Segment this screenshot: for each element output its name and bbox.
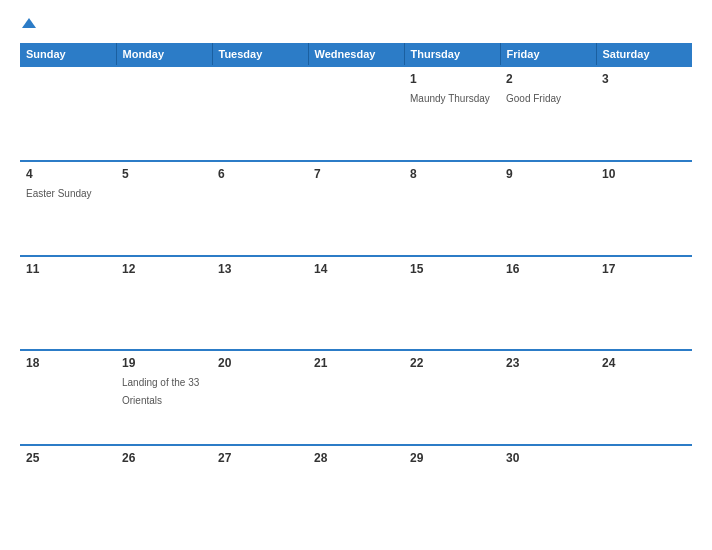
day-number: 18 bbox=[26, 356, 110, 370]
day-number: 25 bbox=[26, 451, 110, 465]
calendar-cell: 12 bbox=[116, 256, 212, 351]
day-number: 9 bbox=[506, 167, 590, 181]
weekday-header-saturday: Saturday bbox=[596, 43, 692, 66]
day-number: 11 bbox=[26, 262, 110, 276]
day-number: 17 bbox=[602, 262, 686, 276]
day-number: 29 bbox=[410, 451, 494, 465]
day-number: 28 bbox=[314, 451, 398, 465]
day-number: 7 bbox=[314, 167, 398, 181]
day-number: 2 bbox=[506, 72, 590, 86]
day-number: 10 bbox=[602, 167, 686, 181]
weekday-header-row: SundayMondayTuesdayWednesdayThursdayFrid… bbox=[20, 43, 692, 66]
day-number: 12 bbox=[122, 262, 206, 276]
calendar-cell bbox=[596, 445, 692, 540]
day-number: 20 bbox=[218, 356, 302, 370]
calendar-cell: 2Good Friday bbox=[500, 66, 596, 161]
calendar-cell: 30 bbox=[500, 445, 596, 540]
calendar-page: SundayMondayTuesdayWednesdayThursdayFrid… bbox=[0, 0, 712, 550]
weekday-header-sunday: Sunday bbox=[20, 43, 116, 66]
day-number: 26 bbox=[122, 451, 206, 465]
calendar-table: SundayMondayTuesdayWednesdayThursdayFrid… bbox=[20, 43, 692, 540]
day-number: 22 bbox=[410, 356, 494, 370]
calendar-cell: 27 bbox=[212, 445, 308, 540]
day-number: 4 bbox=[26, 167, 110, 181]
calendar-cell: 17 bbox=[596, 256, 692, 351]
calendar-cell: 9 bbox=[500, 161, 596, 256]
calendar-week-row: 252627282930 bbox=[20, 445, 692, 540]
calendar-cell: 22 bbox=[404, 350, 500, 445]
day-number: 19 bbox=[122, 356, 206, 370]
calendar-cell: 20 bbox=[212, 350, 308, 445]
day-number: 16 bbox=[506, 262, 590, 276]
calendar-week-row: 1819Landing of the 33 Orientals202122232… bbox=[20, 350, 692, 445]
calendar-cell: 11 bbox=[20, 256, 116, 351]
logo-blue-text bbox=[20, 16, 36, 31]
day-number: 21 bbox=[314, 356, 398, 370]
calendar-header: SundayMondayTuesdayWednesdayThursdayFrid… bbox=[20, 43, 692, 66]
calendar-cell bbox=[20, 66, 116, 161]
holiday-name: Good Friday bbox=[506, 93, 561, 104]
calendar-cell: 23 bbox=[500, 350, 596, 445]
day-number: 5 bbox=[122, 167, 206, 181]
weekday-header-thursday: Thursday bbox=[404, 43, 500, 66]
day-number: 27 bbox=[218, 451, 302, 465]
calendar-cell: 6 bbox=[212, 161, 308, 256]
day-number: 8 bbox=[410, 167, 494, 181]
day-number: 6 bbox=[218, 167, 302, 181]
day-number: 14 bbox=[314, 262, 398, 276]
calendar-cell bbox=[116, 66, 212, 161]
calendar-cell: 29 bbox=[404, 445, 500, 540]
calendar-cell: 18 bbox=[20, 350, 116, 445]
calendar-cell: 21 bbox=[308, 350, 404, 445]
calendar-cell: 24 bbox=[596, 350, 692, 445]
calendar-cell: 28 bbox=[308, 445, 404, 540]
logo bbox=[20, 16, 36, 31]
logo-triangle-icon bbox=[22, 18, 36, 28]
calendar-cell: 15 bbox=[404, 256, 500, 351]
holiday-name: Landing of the 33 Orientals bbox=[122, 377, 199, 406]
calendar-cell: 14 bbox=[308, 256, 404, 351]
calendar-cell bbox=[308, 66, 404, 161]
calendar-cell: 5 bbox=[116, 161, 212, 256]
calendar-body: 1Maundy Thursday2Good Friday34Easter Sun… bbox=[20, 66, 692, 540]
calendar-cell bbox=[212, 66, 308, 161]
calendar-cell: 4Easter Sunday bbox=[20, 161, 116, 256]
calendar-cell: 19Landing of the 33 Orientals bbox=[116, 350, 212, 445]
day-number: 3 bbox=[602, 72, 686, 86]
day-number: 15 bbox=[410, 262, 494, 276]
holiday-name: Maundy Thursday bbox=[410, 93, 490, 104]
holiday-name: Easter Sunday bbox=[26, 188, 92, 199]
calendar-week-row: 4Easter Sunday5678910 bbox=[20, 161, 692, 256]
day-number: 23 bbox=[506, 356, 590, 370]
day-number: 13 bbox=[218, 262, 302, 276]
calendar-cell: 13 bbox=[212, 256, 308, 351]
calendar-week-row: 1Maundy Thursday2Good Friday3 bbox=[20, 66, 692, 161]
calendar-cell: 16 bbox=[500, 256, 596, 351]
calendar-cell: 26 bbox=[116, 445, 212, 540]
calendar-cell: 8 bbox=[404, 161, 500, 256]
weekday-header-tuesday: Tuesday bbox=[212, 43, 308, 66]
calendar-cell: 10 bbox=[596, 161, 692, 256]
weekday-header-wednesday: Wednesday bbox=[308, 43, 404, 66]
weekday-header-monday: Monday bbox=[116, 43, 212, 66]
calendar-cell: 25 bbox=[20, 445, 116, 540]
day-number: 1 bbox=[410, 72, 494, 86]
day-number: 30 bbox=[506, 451, 590, 465]
header bbox=[20, 16, 692, 31]
calendar-week-row: 11121314151617 bbox=[20, 256, 692, 351]
day-number: 24 bbox=[602, 356, 686, 370]
calendar-cell: 3 bbox=[596, 66, 692, 161]
weekday-header-friday: Friday bbox=[500, 43, 596, 66]
calendar-cell: 1Maundy Thursday bbox=[404, 66, 500, 161]
calendar-cell: 7 bbox=[308, 161, 404, 256]
